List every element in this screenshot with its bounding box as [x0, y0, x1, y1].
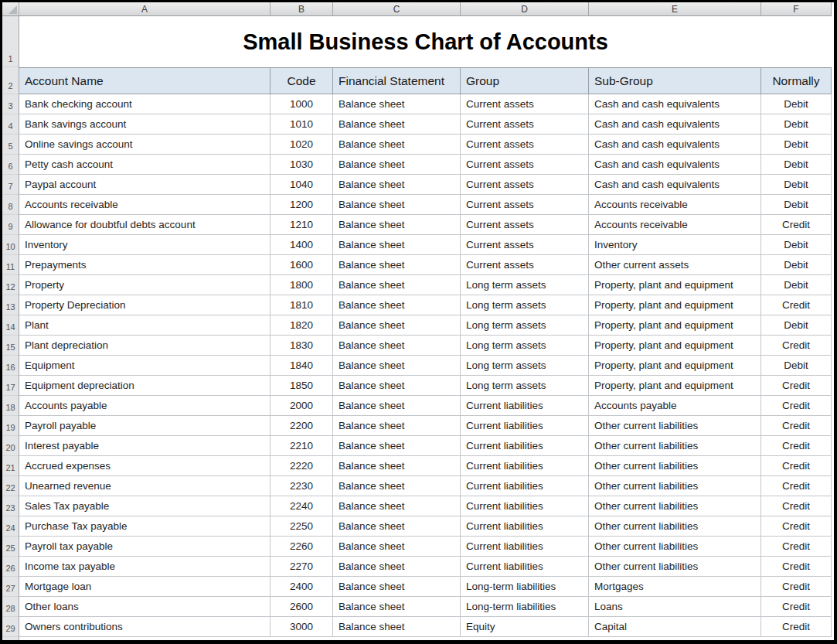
cell-E26[interactable]: Other current liabilities	[589, 557, 761, 577]
cell-A20[interactable]: Interest payable	[19, 436, 270, 456]
cell-F22[interactable]: Credit	[761, 476, 832, 496]
cell-A23[interactable]: Sales Tax payable	[19, 496, 270, 516]
cell-F15[interactable]: Credit	[761, 336, 832, 356]
cell-D27[interactable]: Long-term liabilities	[461, 577, 589, 597]
cell-C27[interactable]: Balance sheet	[333, 577, 461, 597]
cell-E10[interactable]: Inventory	[589, 235, 761, 255]
cell-A14[interactable]: Plant	[19, 315, 270, 336]
cell-E3[interactable]: Cash and cash equivalents	[589, 94, 761, 114]
cell-D23[interactable]: Current liabilities	[461, 496, 589, 516]
cell-A22[interactable]: Unearned revenue	[19, 476, 270, 496]
row-number-10[interactable]: 10	[2, 235, 19, 255]
cell-B28[interactable]: 2600	[270, 597, 333, 617]
cell-F3[interactable]: Debit	[761, 94, 832, 114]
cell-D6[interactable]: Current assets	[461, 155, 589, 175]
cell-D9[interactable]: Current assets	[461, 215, 589, 235]
row-number-3[interactable]: 3	[2, 94, 19, 114]
header-group[interactable]: Group	[461, 68, 589, 94]
column-header-A[interactable]: A	[19, 2, 270, 16]
cell-E15[interactable]: Property, plant and equipment	[589, 336, 761, 356]
cell-D28[interactable]: Long-term liabilities	[461, 597, 589, 617]
cell-D17[interactable]: Long term assets	[461, 376, 589, 396]
cell-A26[interactable]: Income tax payable	[19, 557, 270, 577]
cell-E4[interactable]: Cash and cash equivalents	[589, 114, 761, 135]
row-number-23[interactable]: 23	[2, 496, 19, 516]
row-number-27[interactable]: 27	[2, 577, 19, 597]
cell-D3[interactable]: Current assets	[461, 94, 589, 114]
cell-D14[interactable]: Long term assets	[461, 315, 589, 336]
cell-F12[interactable]: Debit	[761, 275, 832, 295]
cell-E23[interactable]: Other current liabilities	[589, 496, 761, 516]
cell-C7[interactable]: Balance sheet	[333, 175, 461, 195]
cell-D24[interactable]: Current liabilities	[461, 516, 589, 537]
cell-F19[interactable]: Credit	[761, 416, 832, 436]
cell-A6[interactable]: Petty cash account	[19, 155, 270, 175]
cell-F8[interactable]: Debit	[761, 195, 832, 215]
cell-B12[interactable]: 1800	[270, 275, 333, 295]
row-number-19[interactable]: 19	[2, 416, 19, 436]
header-normally[interactable]: Normally	[761, 68, 832, 94]
cell-C13[interactable]: Balance sheet	[333, 295, 461, 315]
cell-D5[interactable]: Current assets	[461, 135, 589, 155]
cell-F25[interactable]: Credit	[761, 537, 832, 557]
cell-B19[interactable]: 2200	[270, 416, 333, 436]
header-financial-statement[interactable]: Financial Statement	[333, 68, 461, 94]
cell-F13[interactable]: Credit	[761, 295, 832, 315]
cell-D15[interactable]: Long term assets	[461, 336, 589, 356]
select-all-button[interactable]	[2, 2, 19, 16]
row-number-7[interactable]: 7	[2, 175, 19, 195]
row-number-12[interactable]: 12	[2, 275, 19, 295]
row-number-4[interactable]: 4	[2, 114, 19, 135]
row-number-28[interactable]: 28	[2, 597, 19, 617]
cell-A18[interactable]: Accounts payable	[19, 396, 270, 416]
cell-C26[interactable]: Balance sheet	[333, 557, 461, 577]
cell-B14[interactable]: 1820	[270, 315, 333, 336]
cell-B24[interactable]: 2250	[270, 516, 333, 537]
cell-D4[interactable]: Current assets	[461, 114, 589, 135]
cell-B15[interactable]: 1830	[270, 336, 333, 356]
cell-B7[interactable]: 1040	[270, 175, 333, 195]
cell-E28[interactable]: Loans	[589, 597, 761, 617]
cell-B20[interactable]: 2210	[270, 436, 333, 456]
cell-E29[interactable]: Capital	[589, 617, 761, 637]
cell-C22[interactable]: Balance sheet	[333, 476, 461, 496]
cell-B25[interactable]: 2260	[270, 537, 333, 557]
cell-E14[interactable]: Property, plant and equipment	[589, 315, 761, 336]
header-account-name[interactable]: Account Name	[19, 68, 270, 94]
title-cell[interactable]: Small Business Chart of Accounts	[19, 16, 832, 67]
cell-B22[interactable]: 2230	[270, 476, 333, 496]
cell-E11[interactable]: Other current assets	[589, 255, 761, 275]
cell-C12[interactable]: Balance sheet	[333, 275, 461, 295]
cell-F27[interactable]: Credit	[761, 577, 832, 597]
cell-E17[interactable]: Property, plant and equipment	[589, 376, 761, 396]
cell-A13[interactable]: Property Depreciation	[19, 295, 270, 315]
cell-C18[interactable]: Balance sheet	[333, 396, 461, 416]
cell-C29[interactable]: Balance sheet	[333, 617, 461, 637]
cell-D25[interactable]: Current liabilities	[461, 537, 589, 557]
column-header-D[interactable]: D	[461, 2, 589, 16]
cell-B13[interactable]: 1810	[270, 295, 333, 315]
row-number-13[interactable]: 13	[2, 295, 19, 315]
cell-B3[interactable]: 1000	[270, 94, 333, 114]
cell-B8[interactable]: 1200	[270, 195, 333, 215]
cell-B18[interactable]: 2000	[270, 396, 333, 416]
cell-C19[interactable]: Balance sheet	[333, 416, 461, 436]
row-number-11[interactable]: 11	[2, 255, 19, 275]
cell-D16[interactable]: Long term assets	[461, 356, 589, 376]
cell-C6[interactable]: Balance sheet	[333, 155, 461, 175]
cell-E27[interactable]: Mortgages	[589, 577, 761, 597]
cell-A5[interactable]: Online savings account	[19, 135, 270, 155]
cell-C3[interactable]: Balance sheet	[333, 94, 461, 114]
cell-E8[interactable]: Accounts receivable	[589, 195, 761, 215]
cell-A15[interactable]: Plant depreciation	[19, 336, 270, 356]
cell-B29[interactable]: 3000	[270, 617, 333, 637]
cell-E25[interactable]: Other current liabilities	[589, 537, 761, 557]
cell-B9[interactable]: 1210	[270, 215, 333, 235]
cell-B27[interactable]: 2400	[270, 577, 333, 597]
cell-B16[interactable]: 1840	[270, 356, 333, 376]
cell-D26[interactable]: Current liabilities	[461, 557, 589, 577]
cell-D10[interactable]: Current assets	[461, 235, 589, 255]
row-number-14[interactable]: 14	[2, 315, 19, 336]
cell-C14[interactable]: Balance sheet	[333, 315, 461, 336]
cell-D11[interactable]: Current assets	[461, 255, 589, 275]
